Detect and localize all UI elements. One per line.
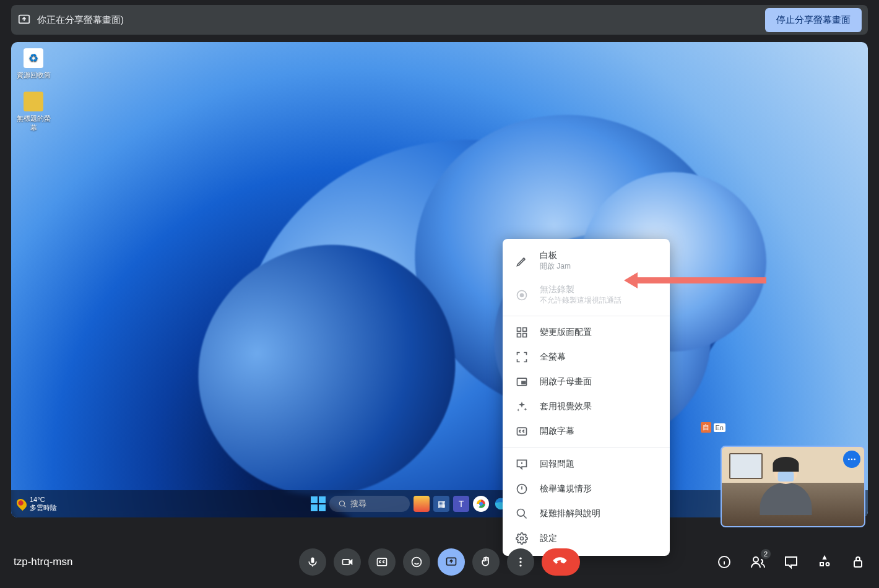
host-controls-button[interactable] xyxy=(848,552,868,572)
raise-hand-button[interactable] xyxy=(472,548,500,576)
desktop-icon-label: 資源回收筒 xyxy=(17,71,51,79)
svg-rect-10 xyxy=(517,328,521,332)
mic-button[interactable] xyxy=(299,548,326,576)
self-view-more-icon[interactable] xyxy=(843,451,860,468)
meeting-code: tzp-htrq-msn xyxy=(14,556,72,568)
help-icon xyxy=(515,508,529,520)
svg-point-6 xyxy=(851,459,853,460)
svg-point-28 xyxy=(753,557,758,562)
svg-rect-16 xyxy=(517,428,527,435)
present-icon xyxy=(17,13,31,27)
svg-rect-12 xyxy=(517,334,521,337)
taskbar-app: T xyxy=(453,496,469,512)
svg-point-5 xyxy=(848,459,850,460)
menu-whiteboard[interactable]: 白板開啟 Jam xyxy=(503,244,670,278)
participant-count-badge: 2 xyxy=(760,548,771,560)
share-text: 你正在分享螢幕畫面) xyxy=(37,14,124,26)
share-banner: 你正在分享螢幕畫面) 停止分享螢幕畫面 xyxy=(11,5,868,35)
captions-button[interactable] xyxy=(368,548,396,576)
chat-button[interactable] xyxy=(781,552,801,572)
svg-point-9 xyxy=(521,293,524,296)
taskbar-search: 搜尋 xyxy=(329,496,410,512)
taskbar-app: ▦ xyxy=(433,496,449,512)
start-button xyxy=(311,496,326,511)
present-button[interactable] xyxy=(438,548,465,576)
svg-rect-20 xyxy=(343,560,350,564)
menu-visual-effects[interactable]: 套用視覺效果 xyxy=(503,394,670,419)
svg-point-18 xyxy=(517,509,525,517)
annotation-arrow-icon xyxy=(624,272,638,288)
svg-point-26 xyxy=(519,564,521,566)
taskbar-app xyxy=(473,496,489,512)
svg-point-22 xyxy=(412,558,422,567)
desktop-folder-icon: 無標題的螢幕 xyxy=(16,92,51,132)
svg-rect-21 xyxy=(378,558,387,566)
annotation-arrow-shaft xyxy=(636,277,766,283)
menu-captions[interactable]: 開啟字幕 xyxy=(503,419,670,444)
menu-fullscreen[interactable]: 全螢幕 xyxy=(503,345,670,370)
activities-button[interactable] xyxy=(815,552,834,572)
svg-point-7 xyxy=(854,459,855,460)
svg-point-3 xyxy=(479,502,483,506)
menu-report-problem[interactable]: 回報問題 xyxy=(503,452,670,477)
taskbar-app xyxy=(414,496,430,512)
more-options-button[interactable] xyxy=(507,548,534,576)
pip-icon xyxy=(515,376,529,388)
svg-rect-13 xyxy=(523,334,527,337)
svg-rect-11 xyxy=(523,328,527,332)
desktop-icon-label: 無標題的螢幕 xyxy=(17,115,51,131)
menu-picture-in-picture[interactable]: 開啟子母畫面 xyxy=(503,370,670,394)
feedback-icon xyxy=(515,458,529,470)
pencil-icon xyxy=(515,255,529,267)
warning-icon xyxy=(515,483,529,495)
reactions-button[interactable] xyxy=(403,548,430,576)
more-options-menu: 白板開啟 Jam 無法錄製不允許錄製這場視訊通話 變更版面配置 全螢幕 開啟子母… xyxy=(503,239,670,556)
menu-troubleshoot[interactable]: 疑難排解與說明 xyxy=(503,501,670,526)
layout-icon xyxy=(515,326,529,339)
svg-rect-29 xyxy=(854,561,862,567)
participants-button[interactable]: 2 xyxy=(748,552,768,572)
end-call-button[interactable] xyxy=(542,548,580,576)
ime-indicator: 自 En xyxy=(701,422,725,433)
weather-widget: 14°C 多雲時陰 xyxy=(17,496,57,512)
camera-button[interactable] xyxy=(334,548,361,576)
svg-point-24 xyxy=(519,558,521,560)
menu-change-layout[interactable]: 變更版面配置 xyxy=(503,320,670,345)
fullscreen-icon xyxy=(515,351,529,363)
cc-icon xyxy=(515,425,529,438)
svg-point-25 xyxy=(519,561,521,563)
meeting-info-button[interactable] xyxy=(714,552,734,572)
sparkle-icon xyxy=(515,400,529,413)
svg-point-1 xyxy=(339,501,344,506)
svg-rect-15 xyxy=(522,381,526,384)
menu-report-abuse[interactable]: 檢舉違規情形 xyxy=(503,477,670,501)
self-view-tile[interactable] xyxy=(721,446,865,527)
recycle-bin-icon: ♻ 資源回收筒 xyxy=(16,48,51,80)
record-icon xyxy=(515,289,529,301)
stop-sharing-button[interactable]: 停止分享螢幕畫面 xyxy=(765,8,862,32)
meeting-controls: tzp-htrq-msn 2 xyxy=(0,536,879,588)
